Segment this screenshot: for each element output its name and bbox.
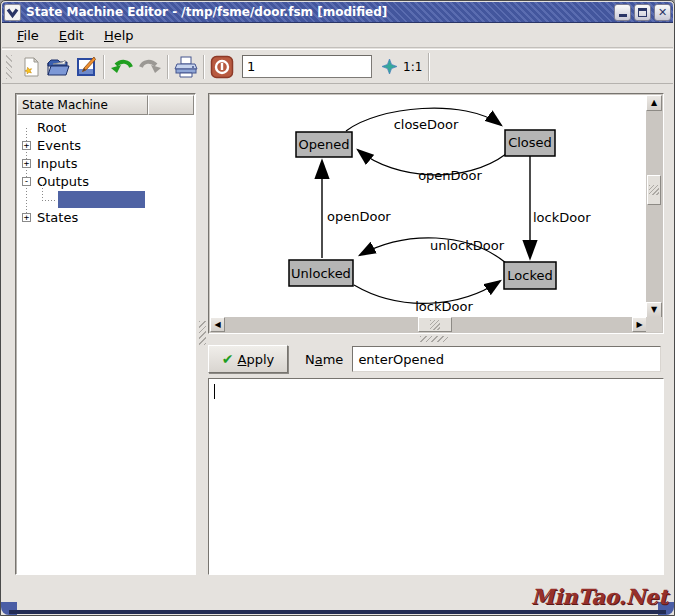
tree-item-states[interactable]: + States xyxy=(17,209,194,227)
titlebar[interactable]: State Machine Editor - /tmp/fsme/door.fs… xyxy=(2,2,673,23)
new-file-icon xyxy=(18,55,42,79)
toolbar-endcap xyxy=(428,53,430,81)
window-bottom-border xyxy=(9,610,666,614)
tree-header-state-machine[interactable]: State Machine xyxy=(17,95,148,115)
collapse-icon[interactable]: - xyxy=(22,177,31,186)
transition-label[interactable]: openDoor xyxy=(418,168,482,183)
open-folder-icon xyxy=(45,55,71,79)
zoom-ratio-label: 1:1 xyxy=(403,60,422,74)
window-menu-icon[interactable] xyxy=(4,4,21,21)
new-file-button[interactable] xyxy=(16,53,44,81)
toolbar-separator xyxy=(103,55,105,79)
scroll-down-button[interactable]: ▼ xyxy=(646,302,662,318)
name-label: Name xyxy=(305,352,343,367)
property-editor-bar: ✔ Apply Name xyxy=(208,344,661,374)
open-file-button[interactable] xyxy=(44,53,72,81)
horizontal-splitter[interactable] xyxy=(208,334,664,344)
print-button[interactable] xyxy=(172,53,200,81)
watermark: MinTao.Net xyxy=(531,584,668,609)
close-icon: ✕ xyxy=(658,7,667,18)
chevron-down-icon xyxy=(5,5,20,20)
window-title: State Machine Editor - /tmp/fsme/door.fs… xyxy=(26,5,611,19)
arrow-right-icon: ▶ xyxy=(636,321,642,329)
minimize-icon xyxy=(619,14,627,17)
menubar: File Edit Help xyxy=(2,24,673,48)
maximize-button[interactable] xyxy=(634,4,651,21)
tree-body: Root + Events + Inputs - Outputs + xyxy=(17,115,194,573)
transition-label[interactable]: lockDoor xyxy=(533,210,591,225)
zoom-star[interactable] xyxy=(382,59,397,74)
expand-icon[interactable]: + xyxy=(22,213,31,222)
save-icon xyxy=(74,55,98,79)
scroll-right-button[interactable]: ▶ xyxy=(632,317,647,332)
toolbar-separator xyxy=(167,55,169,79)
power-icon xyxy=(210,55,234,79)
svg-text:Unlocked: Unlocked xyxy=(291,266,351,281)
tree-item-root[interactable]: Root xyxy=(17,119,194,137)
object-tree-panel: State Machine Root + Events + Inputs - O… xyxy=(15,93,196,575)
horizontal-scrollbar-thumb[interactable] xyxy=(418,317,452,332)
redo-button[interactable] xyxy=(136,53,164,81)
check-icon: ✔ xyxy=(222,351,234,367)
state-node-unlocked[interactable]: Unlocked xyxy=(289,260,353,286)
transition-label[interactable]: lockDoor xyxy=(415,299,473,314)
expand-icon[interactable]: + xyxy=(22,141,31,150)
state-node-opened[interactable]: Opened xyxy=(296,132,352,157)
text-cursor xyxy=(214,384,215,399)
horizontal-scrollbar[interactable]: ◀ ▶ xyxy=(210,317,647,332)
state-machine-editor-window: State Machine Editor - /tmp/fsme/door.fs… xyxy=(0,0,675,616)
toolbar: 1:1 xyxy=(2,49,673,84)
vertical-scrollbar-thumb[interactable] xyxy=(647,175,661,205)
tree-header: State Machine xyxy=(17,95,194,115)
arrow-up-icon: ▲ xyxy=(651,99,657,107)
splitter-grip xyxy=(420,336,448,342)
name-input[interactable] xyxy=(352,346,661,372)
power-button[interactable] xyxy=(208,53,236,81)
tree-connector-line xyxy=(42,200,56,201)
diagram-canvas-frame: closeDoor openDoor openDoor lockDoor unl… xyxy=(208,93,664,334)
svg-text:Locked: Locked xyxy=(507,268,552,283)
menu-edit[interactable]: Edit xyxy=(56,26,87,45)
tree-item-events[interactable]: + Events xyxy=(17,137,194,155)
state-node-locked[interactable]: Locked xyxy=(504,262,556,289)
tree-item-inputs[interactable]: + Inputs xyxy=(17,155,194,173)
number-input[interactable] xyxy=(242,55,372,78)
scroll-left-button[interactable]: ◀ xyxy=(210,317,225,332)
tree-item-outputs[interactable]: - Outputs xyxy=(17,173,194,191)
menu-file[interactable]: File xyxy=(14,26,42,45)
svg-text:Closed: Closed xyxy=(508,135,552,150)
undo-icon xyxy=(109,55,135,79)
save-file-button[interactable] xyxy=(72,53,100,81)
vertical-scrollbar[interactable]: ▲ ▼ xyxy=(646,95,662,318)
menu-help[interactable]: Help xyxy=(101,26,137,45)
transition-label[interactable]: openDoor xyxy=(327,209,391,224)
diagram-canvas[interactable]: closeDoor openDoor openDoor lockDoor unl… xyxy=(210,95,647,318)
toolbar-separator xyxy=(203,55,205,79)
tree-item-selected-output[interactable] xyxy=(17,191,194,209)
maximize-icon xyxy=(638,8,647,17)
tree-header-empty[interactable] xyxy=(148,95,194,115)
splitter-grip xyxy=(199,321,206,345)
toolbar-drag-handle[interactable] xyxy=(6,55,12,79)
minimize-button[interactable] xyxy=(614,4,631,21)
code-editor-textarea[interactable] xyxy=(208,378,664,575)
tree-connector-line xyxy=(42,185,43,200)
arrow-down-icon: ▼ xyxy=(651,306,657,314)
scrollbar-corner xyxy=(646,317,662,332)
apply-button[interactable]: ✔ Apply xyxy=(208,345,288,373)
svg-text:Opened: Opened xyxy=(299,137,350,152)
transition-label[interactable]: closeDoor xyxy=(394,117,459,132)
green-star-icon xyxy=(382,59,397,74)
print-icon xyxy=(173,55,199,79)
transition-label[interactable]: unlockDoor xyxy=(430,238,505,253)
undo-button[interactable] xyxy=(108,53,136,81)
state-node-closed[interactable]: Closed xyxy=(505,130,555,156)
arrow-left-icon: ◀ xyxy=(214,321,220,329)
redo-icon xyxy=(137,55,163,79)
close-button[interactable]: ✕ xyxy=(654,4,671,21)
scroll-up-button[interactable]: ▲ xyxy=(646,95,662,111)
selected-tree-item[interactable] xyxy=(58,191,145,208)
expand-icon[interactable]: + xyxy=(22,159,31,168)
vertical-splitter[interactable] xyxy=(197,93,208,575)
